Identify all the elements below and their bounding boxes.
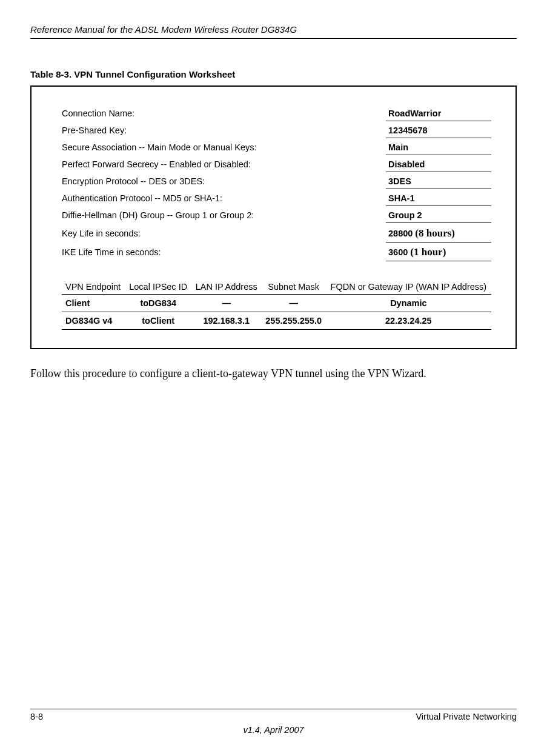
cell-subnet: — (262, 295, 326, 312)
cell-endpoint: DG834G v4 (62, 312, 125, 330)
endpoint-table: VPN Endpoint Local IPSec ID LAN IP Addre… (62, 279, 491, 330)
label: IKE Life Time in seconds: (62, 244, 386, 261)
label: Pre-Shared Key: (62, 122, 386, 139)
table-row: DG834G v4 toClient 192.168.3.1 255.255.2… (62, 312, 491, 330)
page-number: 8-8 (30, 712, 43, 721)
cell-ipsec: toDG834 (125, 295, 191, 312)
value: 3DES (386, 173, 491, 189)
worksheet-box: Connection Name: RoadWarrior Pre-Shared … (30, 85, 517, 349)
table-row: Client toDG834 — — Dynamic (62, 295, 491, 312)
cell-endpoint: Client (62, 295, 125, 312)
row-dh-group: Diffie-Hellman (DH) Group -- Group 1 or … (62, 207, 491, 224)
col-fqdn: FQDN or Gateway IP (WAN IP Address) (326, 279, 491, 295)
col-lan-ip: LAN IP Address (191, 279, 262, 295)
label: Connection Name: (62, 105, 386, 122)
label: Diffie-Hellman (DH) Group -- Group 1 or … (62, 207, 386, 224)
row-authentication: Authentication Protocol -- MD5 or SHA-1:… (62, 190, 491, 207)
page-footer: 8-8 Virtual Private Networking v1.4, Apr… (30, 709, 517, 735)
endpoint-header-row: VPN Endpoint Local IPSec ID LAN IP Addre… (62, 279, 491, 295)
label: Secure Association -- Main Mode or Manua… (62, 139, 386, 156)
label: Perfect Forward Secrecy -- Enabled or Di… (62, 156, 386, 173)
row-secure-association: Secure Association -- Main Mode or Manua… (62, 139, 491, 156)
value: RoadWarrior (386, 105, 491, 121)
row-connection-name: Connection Name: RoadWarrior (62, 105, 491, 122)
value: Disabled (386, 156, 491, 172)
value: SHA-1 (386, 190, 491, 206)
row-encryption: Encryption Protocol -- DES or 3DES: 3DES (62, 173, 491, 190)
col-local-ipsec: Local IPSec ID (125, 279, 191, 295)
col-vpn-endpoint: VPN Endpoint (62, 279, 125, 295)
value-extra: (8 hours) (415, 227, 455, 239)
value: Group 2 (386, 207, 491, 223)
label: Key Life in seconds: (62, 225, 386, 242)
row-ike-life: IKE Life Time in seconds: 3600 (1 hour) (62, 243, 491, 261)
cell-wanip: Dynamic (326, 295, 491, 312)
value-num: 28800 (388, 229, 413, 238)
value: 12345678 (386, 122, 491, 138)
label: Encryption Protocol -- DES or 3DES: (62, 173, 386, 190)
cell-subnet: 255.255.255.0 (262, 312, 326, 330)
version-info: v1.4, April 2007 (30, 725, 517, 735)
value-num: 3600 (388, 247, 408, 257)
table-caption: Table 8-3. VPN Tunnel Configuration Work… (30, 69, 517, 79)
cell-lanip: — (191, 295, 262, 312)
label: Authentication Protocol -- MD5 or SHA-1: (62, 190, 386, 207)
row-pfs: Perfect Forward Secrecy -- Enabled or Di… (62, 156, 491, 173)
value: Main (386, 139, 491, 155)
section-name: Virtual Private Networking (416, 712, 517, 721)
col-subnet: Subnet Mask (262, 279, 326, 295)
cell-wanip: 22.23.24.25 (326, 312, 491, 330)
value: 28800 (8 hours) (386, 224, 491, 243)
cell-lanip: 192.168.3.1 (191, 312, 262, 330)
body-paragraph: Follow this procedure to configure a cli… (30, 367, 517, 380)
row-key-life: Key Life in seconds: 28800 (8 hours) (62, 224, 491, 243)
row-preshared-key: Pre-Shared Key: 12345678 (62, 122, 491, 139)
value-extra: (1 hour) (410, 246, 446, 258)
cell-ipsec: toClient (125, 312, 191, 330)
doc-header: Reference Manual for the ADSL Modem Wire… (30, 24, 517, 39)
value: 3600 (1 hour) (386, 243, 491, 261)
